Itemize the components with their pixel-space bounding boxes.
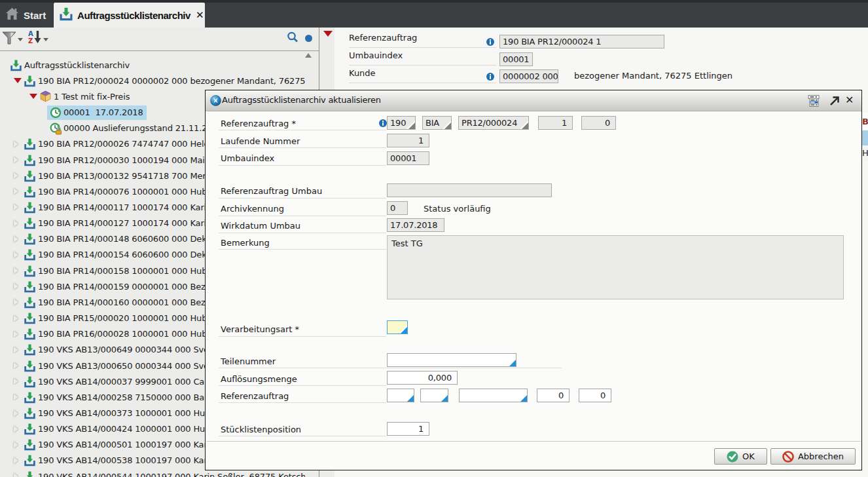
tree-expander-closed-icon[interactable] [14, 362, 24, 369]
referenzauftrag-display-field[interactable]: 190 BIA PR12/000024 1 [499, 35, 664, 48]
scrollbar-up-arrow[interactable] [305, 53, 312, 58]
tree-expander-closed-icon[interactable] [14, 410, 24, 417]
referenzauftrag-group-field[interactable]: BIA [422, 116, 452, 130]
archive-icon [24, 328, 38, 340]
filter-icon[interactable] [2, 31, 16, 47]
tree-item-label: 190 BIA PR14/000127 1000174 000 Karin [38, 218, 211, 228]
referenzauftrag2-pos-field[interactable]: 0 [537, 389, 570, 402]
archive-icon [24, 296, 38, 309]
tree-item-selected[interactable]: 00001 17.07.2018 [47, 105, 147, 120]
tree-expander-closed-icon[interactable] [14, 378, 24, 385]
umbauindex-display-field[interactable]: 00001 [499, 52, 533, 66]
row-separator [219, 165, 386, 166]
dialog-titlebar[interactable]: Auftragsstücklistenarchiv aktualisieren [206, 90, 861, 111]
dialog-close-icon[interactable]: ✕ [845, 94, 854, 106]
tree-expander-closed-icon[interactable] [14, 394, 24, 400]
umbauindex-field[interactable]: 00001 [387, 151, 429, 165]
referenzauftrag-number-field[interactable]: PR12/000024 [458, 116, 529, 130]
stuecklistenposition-field[interactable]: 1 [387, 422, 429, 436]
archive-icon [24, 438, 38, 451]
archive-icon [24, 312, 38, 324]
referenzauftrag2-subpos-field[interactable]: 0 [579, 389, 611, 402]
tab-start[interactable]: Start [0, 3, 54, 28]
row-separator [219, 249, 386, 250]
info-icon[interactable] [379, 119, 387, 129]
tree-expander-closed-icon[interactable] [14, 267, 24, 274]
tab-close-icon[interactable]: ✕ [196, 10, 204, 20]
archive-icon [24, 248, 38, 261]
tree-toolbar: A Z [0, 28, 319, 51]
row-separator [219, 368, 562, 368]
tree-expander-closed-icon[interactable] [14, 283, 24, 290]
tab-auftragsstuecklistenarchiv[interactable]: Auftragsstücklistenarchiv ✕ [54, 3, 205, 28]
tree-item-label: Auftragsstücklistenarchiv [24, 60, 130, 70]
kunde-display-field[interactable]: 0000002 000 [499, 69, 558, 83]
wirkdatum-umbau-field[interactable]: 17.07.2018 [387, 218, 444, 232]
tree-item-label: 00001 17.07.2018 [63, 107, 143, 117]
tree-expander-closed-icon[interactable] [14, 457, 24, 464]
tree-expander-closed-icon[interactable] [14, 299, 24, 305]
cancel-button-label: Abbrechen [798, 451, 844, 461]
field-label: Stücklistenposition [221, 425, 301, 434]
tab-start-label: Start [24, 10, 46, 21]
tree-expander-closed-icon[interactable] [14, 220, 24, 227]
teilenummer-field[interactable] [387, 353, 516, 367]
tree-item[interactable]: 190 BIA PR12/000024 0000002 000 bezogene… [0, 73, 305, 88]
record-indicator-dot[interactable] [305, 35, 312, 42]
splitter-collapse-icon[interactable] [323, 31, 333, 37]
info-icon[interactable] [486, 38, 494, 48]
tree-item-label: 190 VKS AB14/000538 1000197 000 Karin [38, 455, 215, 465]
archivkennung-field[interactable]: 0 [387, 201, 408, 215]
form-view-icon[interactable] [807, 95, 820, 109]
tree-item-label: 190 BIA PR12/000026 7474747 000 Helga [38, 139, 214, 149]
archive-icon [24, 185, 38, 198]
referenzauftrag-type-field[interactable]: 190 [387, 116, 416, 130]
tree-expander-closed-icon[interactable] [14, 141, 24, 147]
bemerkung-textarea[interactable]: Test TG [387, 235, 844, 299]
archive-icon [24, 391, 38, 404]
referenzauftrag-pos-field[interactable]: 1 [538, 116, 573, 130]
ok-check-icon [727, 451, 738, 463]
tree-item-label: 00000 Auslieferungsstand 21.11.2018 [63, 123, 223, 133]
verarbeitungsart-field[interactable] [387, 320, 408, 334]
tree-item[interactable]: Auftragsstücklistenarchiv [0, 57, 305, 73]
row-separator [219, 130, 386, 130]
clock-icon [49, 106, 63, 119]
svg-text:Z: Z [28, 37, 33, 45]
tree-expander-closed-icon[interactable] [14, 473, 24, 477]
referenzauftrag-subpos-field[interactable]: 0 [581, 116, 616, 130]
tree-expander-closed-icon[interactable] [14, 442, 24, 448]
tree-expander-closed-icon[interactable] [14, 204, 24, 210]
referenzauftrag-umbau-field[interactable] [387, 183, 552, 197]
field-label: Teilenummer [221, 356, 276, 366]
tree-expander-open-icon[interactable] [14, 78, 24, 83]
tree-expander-closed-icon[interactable] [14, 252, 24, 258]
ok-button[interactable]: OK [714, 448, 767, 465]
tree-item-label: 190 BIA PR14/000117 1000174 000 Karin [38, 202, 211, 212]
tree-expander-closed-icon[interactable] [14, 172, 24, 179]
tree-expander-closed-icon[interactable] [14, 188, 24, 195]
tree-item-label: 190 BIA PR14/000148 6060600 000 Deko [38, 234, 211, 244]
tree-expander-closed-icon[interactable] [14, 157, 24, 163]
tree-item-label: 190 VKS AB14/000424 1000001 000 Hube [38, 424, 215, 434]
tree-expander-closed-icon[interactable] [14, 315, 24, 322]
tab-active-label: Auftragsstücklistenarchiv [77, 10, 190, 21]
tree-expander-closed-icon[interactable] [14, 347, 24, 353]
tree-expander-open-icon[interactable] [29, 94, 39, 99]
tree-expander-closed-icon[interactable] [14, 426, 24, 432]
tree-expander-closed-icon[interactable] [14, 331, 24, 337]
aufloesungsmenge-field[interactable]: 0,000 [387, 371, 458, 385]
tree-expander-closed-icon[interactable] [14, 236, 24, 242]
sort-dropdown-arrow-icon[interactable] [43, 38, 48, 41]
laufende-nummer-field[interactable]: 1 [387, 134, 429, 147]
referenzauftrag2-number-field[interactable] [459, 389, 528, 402]
filter-dropdown-arrow-icon[interactable] [18, 38, 23, 41]
referenzauftrag2-type-field[interactable] [387, 389, 414, 402]
info-icon[interactable] [486, 73, 494, 83]
referenzauftrag2-group-field[interactable] [420, 389, 448, 402]
search-icon[interactable] [286, 31, 299, 47]
detach-window-icon[interactable] [829, 96, 840, 108]
field-label: Umbauindex [349, 48, 496, 66]
cancel-button[interactable]: Abbrechen [770, 448, 856, 465]
row-separator [219, 198, 386, 199]
